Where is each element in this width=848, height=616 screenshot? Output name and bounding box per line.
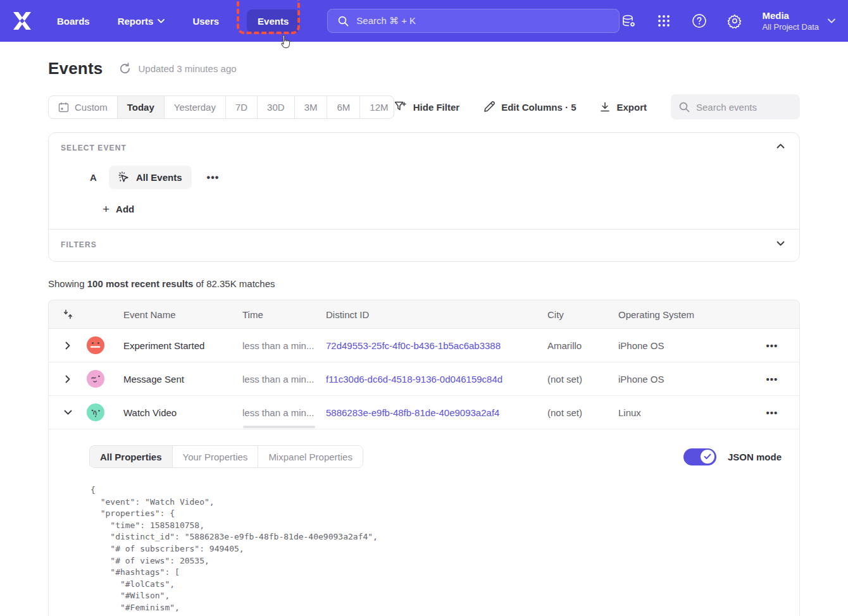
nav-item-boards[interactable]: Boards xyxy=(57,16,90,27)
event-overflow-menu[interactable]: ••• xyxy=(203,169,223,186)
filters-label: FILTERS xyxy=(61,240,787,249)
mixpanel-logo[interactable] xyxy=(13,11,34,30)
date-range-7d[interactable]: 7D xyxy=(226,96,258,118)
query-builder-card: SELECT EVENT A xyxy=(48,132,800,262)
top-navbar: Boards Reports Users Events Search ⌘ + K xyxy=(0,0,848,42)
filters-section: FILTERS xyxy=(49,229,799,261)
cell-os: Linux xyxy=(618,407,745,418)
column-header-time[interactable]: Time xyxy=(242,309,326,320)
cell-time: less than a min... xyxy=(242,374,326,385)
column-header-distinct-id[interactable]: Distinct ID xyxy=(326,309,547,320)
tab-your-properties[interactable]: Your Properties xyxy=(173,446,259,467)
events-table: Event Name Time Distinct ID City Operati… xyxy=(48,300,800,616)
collapse-row-chevron-down-icon[interactable] xyxy=(61,407,75,417)
magic-cursor-icon xyxy=(118,171,130,183)
expand-row-chevron-right-icon[interactable] xyxy=(63,339,73,352)
page-title: Events xyxy=(48,59,103,78)
nav-item-reports[interactable]: Reports xyxy=(118,16,165,27)
event-avatar xyxy=(87,403,104,421)
settings-gear-icon[interactable] xyxy=(726,13,743,29)
cell-city: (not set) xyxy=(547,374,618,385)
cell-city: Amarillo xyxy=(547,340,618,351)
sort-icon[interactable] xyxy=(63,309,73,319)
add-event-button[interactable]: + Add xyxy=(103,204,147,214)
table-row-expanded: Watch Video less than a min... 5886283e-… xyxy=(49,396,799,429)
help-icon[interactable] xyxy=(691,13,708,29)
table-header-row: Event Name Time Distinct ID City Operati… xyxy=(49,300,799,329)
date-range-yesterday[interactable]: Yesterday xyxy=(165,96,226,118)
tab-mixpanel-properties[interactable]: Mixpanel Properties xyxy=(258,446,363,467)
event-detail-panel: All Properties Your Properties Mixpanel … xyxy=(49,429,799,616)
nav-item-users[interactable]: Users xyxy=(192,16,219,27)
cursor-hand-icon xyxy=(278,35,291,50)
search-icon xyxy=(679,102,690,113)
edit-columns-button[interactable]: Edit Columns · 5 xyxy=(483,101,576,113)
filter-funnel-icon xyxy=(394,101,407,113)
chevron-down-icon xyxy=(158,19,165,23)
date-range-3m[interactable]: 3M xyxy=(295,96,328,118)
cell-event-name: Watch Video xyxy=(123,407,242,418)
project-switcher[interactable]: Media All Project Data xyxy=(762,9,835,32)
json-view: { "event": "Watch Video", "properties": … xyxy=(90,484,784,616)
search-placeholder: Search events xyxy=(696,102,757,113)
export-button[interactable]: Export xyxy=(600,102,647,113)
horizontal-scrollbar-thumb[interactable] xyxy=(243,426,315,428)
apps-grid-icon[interactable] xyxy=(656,13,672,29)
json-mode-label: JSON mode xyxy=(728,452,782,462)
cell-distinct-id-link[interactable]: 5886283e-e9fb-48fb-81de-40e9093a2af4 xyxy=(326,407,547,418)
event-avatar xyxy=(87,370,104,388)
cell-distinct-id-link[interactable]: f11c30d6-dc6d-4518-9136-0d046159c84d xyxy=(326,374,547,385)
column-header-os[interactable]: Operating System xyxy=(618,309,745,320)
tab-all-properties[interactable]: All Properties xyxy=(90,446,173,467)
event-pill-label: All Events xyxy=(136,172,182,183)
search-icon xyxy=(338,16,349,27)
select-event-label: SELECT EVENT xyxy=(61,144,787,152)
date-range-12m[interactable]: 12M xyxy=(360,96,394,118)
date-range-6m[interactable]: 6M xyxy=(327,96,360,118)
updated-timestamp: Updated 3 minutes ago xyxy=(138,63,236,74)
row-overflow-menu[interactable]: ••• xyxy=(761,371,783,387)
results-summary: Showing 100 most recent results of 82.35… xyxy=(48,278,800,289)
calendar-icon xyxy=(58,102,69,113)
date-range-custom[interactable]: Custom xyxy=(49,96,118,118)
toggle-knob-check-icon xyxy=(701,450,714,464)
column-header-city[interactable]: City xyxy=(547,309,618,320)
data-management-icon[interactable] xyxy=(620,13,637,29)
cell-time: less than a min... xyxy=(242,407,326,418)
pencil-icon xyxy=(483,101,495,113)
refresh-icon[interactable] xyxy=(119,63,131,75)
event-selector-pill[interactable]: All Events xyxy=(109,166,192,189)
project-subtitle: All Project Data xyxy=(762,22,819,32)
date-range-today[interactable]: Today xyxy=(118,96,165,118)
expand-row-chevron-right-icon[interactable] xyxy=(63,373,73,386)
search-placeholder: Search ⌘ + K xyxy=(356,15,416,27)
table-row: Message Sent less than a min... f11c30d6… xyxy=(49,362,799,396)
event-avatar xyxy=(87,336,104,354)
download-icon xyxy=(600,102,610,113)
column-header-event-name[interactable]: Event Name xyxy=(123,309,242,320)
cell-time: less than a min... xyxy=(242,340,326,351)
plus-icon: + xyxy=(103,205,109,214)
global-search-input[interactable]: Search ⌘ + K xyxy=(327,9,620,33)
table-row: Experiment Started less than a min... 72… xyxy=(49,329,799,362)
cell-city: (not set) xyxy=(547,407,618,418)
chevron-down-icon xyxy=(828,18,835,23)
date-range-30d[interactable]: 30D xyxy=(258,96,295,118)
search-events-input[interactable]: Search events xyxy=(671,94,800,120)
project-name: Media xyxy=(762,9,819,22)
cell-distinct-id-link[interactable]: 72d49553-25fc-4f0c-b436-1b5ac6ab3388 xyxy=(326,340,547,351)
json-mode-toggle[interactable] xyxy=(683,448,716,465)
cell-os: iPhone OS xyxy=(618,374,745,385)
hide-filter-button[interactable]: Hide Filter xyxy=(394,101,459,113)
nav-item-label: Reports xyxy=(118,16,154,27)
collapse-chevron-up-icon[interactable] xyxy=(774,141,787,151)
row-overflow-menu[interactable]: ••• xyxy=(761,338,783,354)
cell-event-name: Message Sent xyxy=(123,374,242,385)
properties-tabs: All Properties Your Properties Mixpanel … xyxy=(89,445,363,468)
date-range-segmented-control: Custom Today Yesterday 7D 30D 3M 6M 12M xyxy=(48,95,394,119)
row-overflow-menu[interactable]: ••• xyxy=(761,405,783,421)
event-row-letter: A xyxy=(90,172,109,183)
cell-event-name: Experiment Started xyxy=(123,340,242,351)
expand-chevron-down-icon[interactable] xyxy=(774,238,787,249)
nav-item-events[interactable]: Events xyxy=(247,9,299,33)
